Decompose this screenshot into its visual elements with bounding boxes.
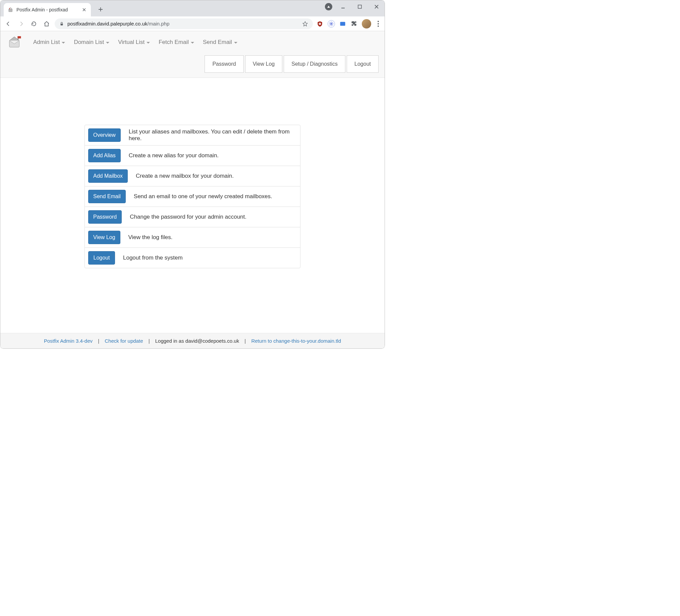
page-footer: Postfix Admin 3.4-dev | Check for update… — [0, 333, 385, 348]
chevron-down-icon — [234, 42, 237, 44]
page-content: Admin List Domain List Virtual List Fetc… — [0, 31, 385, 348]
nav-send-email[interactable]: Send Email — [203, 39, 237, 46]
snowflake-extension-icon[interactable] — [328, 20, 335, 28]
nav-item-label: Virtual List — [118, 39, 144, 46]
logout-button[interactable]: Logout — [88, 251, 115, 264]
overview-button[interactable]: Overview — [88, 129, 121, 142]
svg-rect-2 — [358, 5, 362, 8]
main-nav: Admin List Domain List Virtual List Fetc… — [6, 34, 378, 51]
reload-button[interactable] — [29, 19, 38, 28]
lock-icon — [59, 22, 64, 26]
extension-icons — [316, 19, 381, 28]
extensions-puzzle-icon[interactable] — [350, 20, 358, 28]
add-alias-description: Create a new alias for your domain. — [129, 152, 297, 159]
tab-strip: Postfix Admin - postfixad — [0, 0, 385, 17]
tab-close-icon[interactable] — [82, 7, 87, 12]
forward-button[interactable] — [17, 19, 26, 28]
browser-window: Postfix Admin - postfixad — [0, 0, 385, 349]
window-close-icon[interactable] — [370, 2, 382, 12]
actions-panel: Overview List your aliases and mailboxes… — [85, 125, 301, 268]
password-description: Change the password for your admin accou… — [130, 214, 297, 220]
svg-rect-1 — [9, 8, 10, 9]
tab-title: Postfix Admin - postfixad — [17, 7, 80, 12]
app-header: Admin List Domain List Virtual List Fetc… — [0, 31, 385, 78]
browser-menu-icon[interactable] — [375, 21, 381, 27]
url-host: postfixadmin.david.palepurple.co.uk — [67, 21, 147, 27]
action-row-password: Password Change the password for your ad… — [85, 206, 300, 227]
nav-fetch-email[interactable]: Fetch Email — [159, 39, 194, 46]
view-log-button[interactable]: View Log — [88, 231, 120, 244]
footer-login-text: Logged in as david@codepoets.co.uk — [155, 338, 239, 344]
chevron-down-icon — [106, 42, 109, 44]
browser-tab[interactable]: Postfix Admin - postfixad — [4, 3, 91, 17]
window-minimize-icon[interactable] — [337, 2, 349, 12]
password-button[interactable]: Password — [88, 210, 122, 224]
back-button[interactable] — [4, 19, 13, 28]
add-mailbox-button[interactable]: Add Mailbox — [88, 169, 128, 183]
nav-setup-diagnostics-button[interactable]: Setup / Diagnostics — [284, 55, 345, 73]
footer-check-update-link[interactable]: Check for update — [105, 338, 143, 344]
app-logo[interactable] — [6, 34, 25, 51]
new-tab-button[interactable] — [95, 4, 106, 15]
nav-admin-list[interactable]: Admin List — [33, 39, 65, 46]
svg-rect-3 — [61, 24, 63, 25]
browser-toolbar: postfixadmin.david.palepurple.co.uk/main… — [0, 17, 385, 31]
nav-viewlog-button[interactable]: View Log — [245, 55, 283, 73]
action-row-logout: Logout Logout from the system — [85, 248, 300, 268]
tab-favicon — [8, 7, 14, 13]
nav-item-label: Send Email — [203, 39, 232, 46]
send-email-button[interactable]: Send Email — [88, 190, 126, 203]
action-row-add-mailbox: Add Mailbox Create a new mailbox for you… — [85, 166, 300, 186]
nav-logout-button[interactable]: Logout — [347, 55, 378, 73]
chevron-down-icon — [191, 42, 194, 44]
incognito-or-profile-icon[interactable] — [325, 3, 332, 10]
action-row-view-log: View Log View the log files. — [85, 227, 300, 248]
secondary-nav: Password View Log Setup / Diagnostics Lo… — [6, 51, 378, 78]
bookmark-star-icon[interactable] — [302, 21, 308, 27]
svg-rect-0 — [9, 9, 12, 12]
nav-domain-list[interactable]: Domain List — [74, 39, 109, 46]
action-row-overview: Overview List your aliases and mailboxes… — [85, 125, 300, 145]
url-path: /main.php — [147, 21, 169, 27]
url-text: postfixadmin.david.palepurple.co.uk/main… — [67, 21, 299, 27]
profile-avatar[interactable] — [362, 19, 371, 28]
view-log-description: View the log files. — [129, 234, 297, 241]
footer-version-link[interactable]: Postfix Admin 3.4-dev — [44, 338, 92, 344]
window-controls — [325, 2, 382, 12]
svg-rect-10 — [340, 22, 345, 26]
footer-separator: | — [98, 338, 99, 344]
nav-item-label: Domain List — [74, 39, 104, 46]
chevron-down-icon — [146, 42, 150, 44]
nav-item-label: Admin List — [33, 39, 60, 46]
action-row-send-email: Send Email Send an email to one of your … — [85, 186, 300, 206]
main-area: Overview List your aliases and mailboxes… — [0, 78, 385, 333]
window-maximize-icon[interactable] — [354, 2, 366, 12]
footer-return-link[interactable]: Return to change-this-to-your.domain.tld — [251, 338, 341, 344]
action-row-add-alias: Add Alias Create a new alias for your do… — [85, 145, 300, 166]
nav-virtual-list[interactable]: Virtual List — [118, 39, 150, 46]
blue-extension-icon[interactable] — [339, 20, 346, 28]
nav-item-label: Fetch Email — [159, 39, 189, 46]
overview-description: List your aliases and mailboxes. You can… — [129, 129, 297, 142]
send-email-description: Send an email to one of your newly creat… — [134, 193, 297, 200]
ublock-extension-icon[interactable] — [316, 20, 323, 28]
add-mailbox-description: Create a new mailbox for your domain. — [136, 173, 297, 179]
nav-password-button[interactable]: Password — [204, 55, 244, 73]
svg-rect-5 — [319, 24, 320, 24]
address-bar[interactable]: postfixadmin.david.palepurple.co.uk/main… — [55, 19, 313, 29]
add-alias-button[interactable]: Add Alias — [88, 149, 121, 162]
footer-separator: | — [148, 338, 150, 344]
logout-description: Logout from the system — [123, 254, 297, 261]
chevron-down-icon — [62, 42, 65, 44]
svg-rect-13 — [18, 36, 21, 38]
footer-separator: | — [245, 338, 246, 344]
home-button[interactable] — [42, 19, 51, 28]
